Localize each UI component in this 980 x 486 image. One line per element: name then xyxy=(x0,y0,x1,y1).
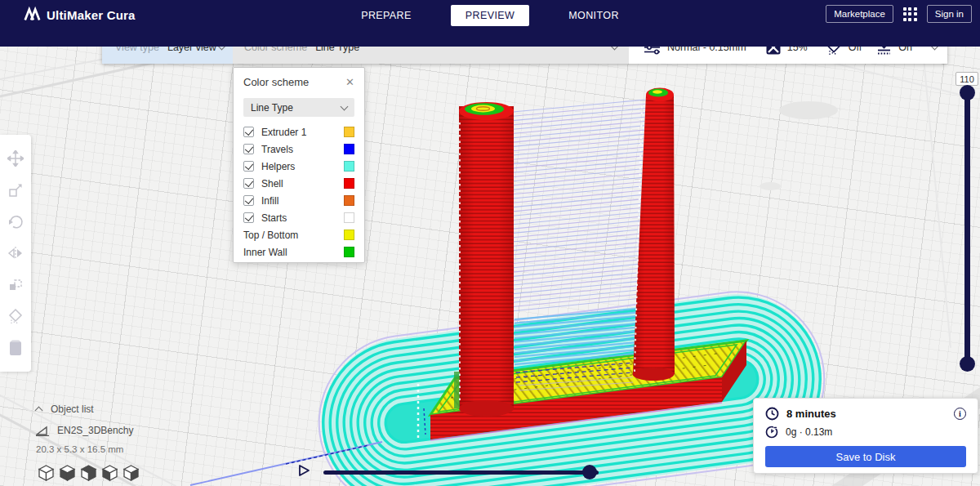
material-estimate: 0g · 0.13m xyxy=(786,426,832,438)
support-blocker-button[interactable] xyxy=(7,307,24,325)
legend-label: Travels xyxy=(261,144,293,155)
mirror-tool-button[interactable] xyxy=(7,244,24,262)
clock-icon xyxy=(765,407,779,421)
legend-label: Extruder 1 xyxy=(261,127,306,138)
object-list-area: Object list EN2S_3DBenchy 20.3 x 5.3 x 1… xyxy=(36,404,140,481)
legend-color-swatch xyxy=(344,247,354,257)
legend-label: Inner Wall xyxy=(243,247,287,258)
legend-row: Travels xyxy=(234,140,364,158)
view-top-button[interactable] xyxy=(80,464,97,481)
view-left-button[interactable] xyxy=(101,464,118,481)
legend-label: Shell xyxy=(261,178,283,189)
color-scheme-panel: Color scheme ✕ Line Type Extruder 1Trave… xyxy=(233,67,365,263)
print-time-estimate: 8 minutes xyxy=(786,408,836,420)
legend-label: Top / Bottom xyxy=(243,230,298,241)
color-scheme-panel-title: Color scheme xyxy=(243,76,309,88)
legend-color-swatch xyxy=(344,178,354,189)
legend-checkbox[interactable] xyxy=(243,127,254,137)
marketplace-button[interactable]: Marketplace xyxy=(826,5,893,23)
cura-window: UltiMaker Cura PREPARE PREVIEW MONITOR M… xyxy=(0,0,980,486)
view-right-button[interactable] xyxy=(122,464,140,481)
legend-color-swatch xyxy=(344,230,354,240)
scale-tool-button[interactable] xyxy=(7,181,24,199)
legend-row: Helpers xyxy=(234,158,364,175)
line-type-value: Line Type xyxy=(251,102,293,114)
view-front-button[interactable] xyxy=(59,464,76,481)
legend-checkbox[interactable] xyxy=(243,161,254,172)
print-estimate-card: 8 minutes i 0g · 0.13m Save to Disk xyxy=(753,398,978,474)
move-tool-button[interactable] xyxy=(7,149,24,167)
save-to-disk-button[interactable]: Save to Disk xyxy=(765,446,966,467)
object-list-toggle[interactable]: Object list xyxy=(36,404,140,415)
legend-row: Infill xyxy=(234,192,364,209)
legend-color-swatch xyxy=(344,195,354,206)
simulation-slider-track[interactable] xyxy=(323,470,599,475)
apps-grid-icon[interactable] xyxy=(903,7,917,21)
per-model-settings-button[interactable] xyxy=(7,276,24,294)
info-icon[interactable]: i xyxy=(954,408,966,420)
tab-preview[interactable]: PREVIEW xyxy=(451,5,529,26)
material-spool-icon xyxy=(765,426,778,439)
line-type-dropdown[interactable]: Line Type xyxy=(243,98,354,117)
model-slope-icon xyxy=(36,426,50,436)
tab-monitor[interactable]: MONITOR xyxy=(557,5,630,26)
support-blocker-icon xyxy=(7,308,24,324)
legend-checkbox[interactable] xyxy=(243,195,254,206)
object-list-item[interactable]: EN2S_3DBenchy xyxy=(36,425,140,436)
legend-checkbox[interactable] xyxy=(243,212,254,223)
rotate-tool-button[interactable] xyxy=(7,212,24,230)
chevron-down-icon xyxy=(341,102,349,110)
rotate-icon xyxy=(7,213,24,230)
layer-number-badge: 110 xyxy=(956,72,978,86)
legend-label: Helpers xyxy=(261,161,295,172)
camera-view-buttons xyxy=(38,464,140,481)
left-tool-column xyxy=(0,135,31,372)
close-icon[interactable]: ✕ xyxy=(345,77,354,87)
layer-slider-top-handle[interactable] xyxy=(960,85,975,100)
top-header: UltiMaker Cura PREPARE PREVIEW MONITOR M… xyxy=(0,0,980,47)
legend-color-swatch xyxy=(344,161,354,172)
legend-row: Inner Wall xyxy=(234,243,364,261)
layer-slider-bottom-handle[interactable] xyxy=(960,356,975,372)
object-list-label: Object list xyxy=(51,404,94,415)
layer-slider-track[interactable] xyxy=(964,90,970,366)
legend-checkbox[interactable] xyxy=(243,178,254,189)
play-button[interactable] xyxy=(297,462,312,479)
scale-icon xyxy=(7,182,24,198)
chevron-up-icon xyxy=(35,407,43,415)
legend-label: Infill xyxy=(261,195,278,207)
legend-color-swatch xyxy=(344,212,354,223)
move-icon xyxy=(7,150,24,167)
legend-row: Shell xyxy=(234,175,364,192)
mirror-icon xyxy=(7,245,24,261)
legend-row: Starts xyxy=(234,209,364,226)
simulation-slider-handle[interactable] xyxy=(582,465,597,479)
legend-color-swatch xyxy=(344,127,354,137)
legend-color-swatch xyxy=(344,144,354,154)
support-eraser-button[interactable] xyxy=(7,339,24,357)
per-model-settings-icon xyxy=(7,277,24,293)
eraser-cylinder-icon xyxy=(7,339,24,357)
legend-label: Starts xyxy=(261,212,287,224)
line-type-legend: Extruder 1TravelsHelpersShellInfillStart… xyxy=(234,123,364,261)
sign-in-button[interactable]: Sign in xyxy=(927,5,972,23)
object-name: EN2S_3DBenchy xyxy=(57,425,133,436)
tab-prepare[interactable]: PREPARE xyxy=(350,5,423,26)
view-3d-button[interactable] xyxy=(38,464,55,481)
object-dimensions: 20.3 x 5.3 x 16.5 mm xyxy=(36,444,140,454)
legend-row: Extruder 1 xyxy=(234,123,364,140)
legend-checkbox[interactable] xyxy=(243,144,254,154)
legend-row: Top / Bottom xyxy=(234,226,364,243)
